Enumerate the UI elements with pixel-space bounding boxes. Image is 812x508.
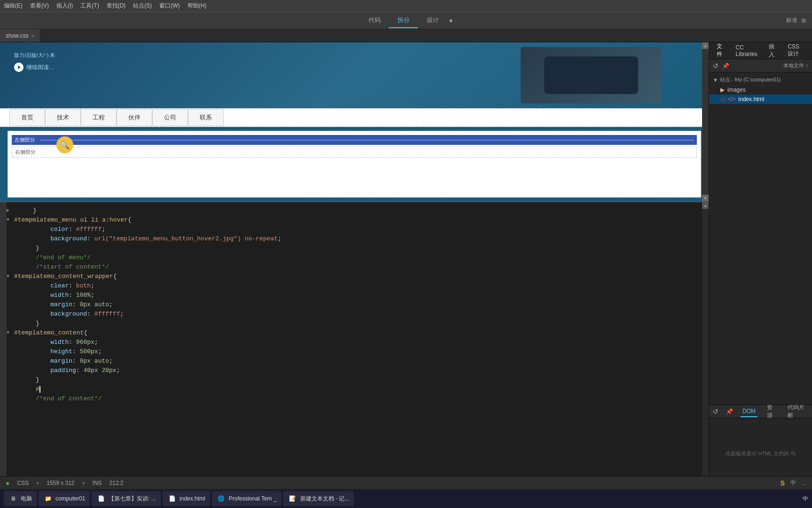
scrollbar-track[interactable] (702, 49, 709, 195)
status-position: 212:2 (109, 480, 124, 486)
top-menubar: 编辑(E) 查看(V) 插入(I) 工具(T) 查找(D) 站点(S) 窗口(W… (0, 0, 812, 12)
right-panel-toolbar: ↺ 📌 本地文件 ↑ (709, 59, 812, 72)
menu-tools[interactable]: 工具(T) (80, 2, 99, 10)
tree-section-site: ▼ 站点 - frty (C:\computer01) (709, 74, 812, 85)
status-sep1: ▾ (36, 480, 39, 486)
car-image (521, 47, 662, 103)
refresh-icon[interactable]: ↺ (713, 62, 718, 70)
file-tab-show-css[interactable]: show.css × (0, 29, 40, 42)
nav-item-tech[interactable]: 技术 (45, 109, 81, 126)
tree-item-index-html[interactable]: ◁ </> index.html (709, 95, 812, 104)
status-s-icon: S (781, 479, 785, 487)
collapse-arrow-3[interactable]: ▼ (7, 272, 9, 281)
taskbar-chrome-label: Professional Tem _ (229, 495, 277, 502)
nav-item-partner[interactable]: 伙伴 (117, 109, 152, 126)
pin-icon[interactable]: 📌 (722, 63, 729, 69)
code-line-comment2: /*start of content*/ (7, 262, 709, 272)
code-line-12: ▼ #templatemo_content{ (7, 328, 709, 338)
panel-tab-insert[interactable]: 插入 (765, 41, 781, 61)
scrollbar-down-btn[interactable]: ▼ (702, 195, 709, 201)
site-label: 本地文件 ↑ (783, 62, 808, 69)
tab-bar: 代码 拆分 设计 ▾ 标准 ⚙ (0, 12, 812, 29)
code-lines[interactable]: ▶ } ▼ #tempmlatemo_menu ul li a:hover{ c… (7, 202, 709, 489)
taskbar-computer-label: 电脑 (21, 495, 32, 503)
taskbar-notepad-label: 新建文本文档 - 记... (300, 495, 350, 503)
preview-area: 版力(旧版/大/う来 继续阅读… 首 (0, 42, 709, 202)
status-css-label[interactable]: CSS (17, 480, 29, 486)
tree-arrow: ▼ (713, 77, 718, 83)
tree-item-images-label: images (727, 87, 746, 93)
nav-item-engineering[interactable]: 工程 (81, 109, 117, 126)
code-scroll-up[interactable]: ▲ (702, 202, 709, 209)
website-preview: 版力(旧版/大/う来 继续阅读… 首 (0, 42, 709, 201)
status-dimensions: 1559 x 312 (47, 480, 74, 486)
preview-scrollbar[interactable]: ▲ ▼ (702, 42, 709, 201)
tab-right-area: 标准 ⚙ (786, 16, 806, 24)
file-tab-close[interactable]: × (31, 33, 34, 39)
code-left-gutter (0, 202, 7, 489)
car-shape (544, 56, 638, 94)
menu-view[interactable]: 查看(V) (30, 2, 49, 10)
taskbar-chapter7[interactable]: 📄 【第七章】实训: ... (92, 491, 161, 506)
menu-insert[interactable]: 插入(I) (56, 2, 73, 10)
dom-refresh-icon[interactable]: ↺ (713, 408, 718, 415)
menu-window[interactable]: 窗口(W) (159, 2, 180, 10)
left-section-label: 左侧部分 (12, 135, 697, 145)
taskbar-notepad[interactable]: 📝 新建文本文档 - 记... (283, 491, 354, 506)
design-dropdown-icon[interactable]: ▾ (449, 17, 453, 24)
code-line-1: ▶ } (7, 206, 709, 215)
code-right-scrollbar[interactable]: ▲ ▼ (702, 202, 709, 489)
taskbar-chrome[interactable]: 🌐 Professional Tem _ (212, 491, 281, 506)
tab-code[interactable]: 代码 (360, 13, 389, 28)
menu-site[interactable]: 站点(S) (133, 2, 152, 10)
settings-icon[interactable]: ⚙ (801, 17, 806, 24)
status-sep2: ▾ (82, 480, 85, 486)
right-section-label: 右侧部分 (12, 147, 697, 158)
scrollbar-up-btn[interactable]: ▲ (702, 42, 709, 49)
dom-tab-dom[interactable]: DOM (741, 406, 757, 417)
tab-split[interactable]: 拆分 (389, 13, 418, 28)
code-line-14: height: 500px; (7, 347, 709, 357)
dom-pin-icon[interactable]: 📌 (726, 408, 733, 415)
panel-tab-file[interactable]: 文件 (713, 40, 728, 61)
file-tree: ▼ 站点 - frty (C:\computer01) ▶ images ◁ <… (709, 72, 812, 405)
taskbar-folder-icon: 📁 (43, 494, 53, 503)
status-bar: ● CSS ▾ 1559 x 312 ▾ INS 212:2 S 中 ... (0, 476, 812, 489)
code-line-17: } (7, 375, 709, 385)
taskbar-computer01[interactable]: 📁 computer01 (39, 491, 90, 506)
tree-item-images[interactable]: ▶ images (709, 85, 812, 95)
dom-panel-header: ↺ 📌 DOM 资源 代码片断 (709, 405, 812, 418)
nav-item-home[interactable]: 首页 (9, 109, 45, 126)
code-line-10: background: #ffffff; (7, 310, 709, 319)
code-line-comment1: /*end of menu*/ (7, 253, 709, 262)
taskbar-indexhtml[interactable]: 📄 index.html (163, 491, 210, 506)
taskbar-computer[interactable]: 🖥 电脑 (4, 491, 37, 506)
code-line-7: clear: both; (7, 281, 709, 291)
code-line-16: padding: 40px 20px; (7, 366, 709, 375)
nav-item-contact[interactable]: 联系 (188, 109, 224, 126)
panel-tab-cc[interactable]: CC Libraries (732, 42, 761, 59)
code-scroll-track[interactable] (702, 209, 709, 483)
preview-header: 版力(旧版/大/う来 继续阅读… (0, 42, 709, 108)
collapse-arrow-4[interactable]: ▼ (7, 328, 9, 338)
menu-edit[interactable]: 编辑(E) (4, 2, 23, 10)
collapse-arrow-2[interactable]: ▼ (7, 215, 9, 225)
nav-item-company[interactable]: 公司 (152, 109, 188, 126)
panel-tab-css[interactable]: CSS 设计 (784, 41, 808, 60)
collapse-arrow[interactable]: ▶ (7, 206, 9, 215)
taskbar-html-icon: 📄 (167, 494, 177, 503)
status-ins: INS (93, 480, 102, 486)
menu-help[interactable]: 帮助(H) (187, 2, 207, 10)
menu-find[interactable]: 查找(D) (107, 2, 126, 10)
code-editor[interactable]: ▶ } ▼ #tempmlatemo_menu ul li a:hover{ c… (0, 202, 709, 489)
magnifier-symbol: 🔍 (60, 141, 70, 150)
preview-nav: 首页 技术 工程 伙伴 公司 联系 (0, 108, 709, 127)
file-tab-bar: show.css × (0, 29, 812, 42)
html-icon-label: </> (727, 96, 735, 103)
status-more-icon: ... (802, 480, 806, 486)
tab-design[interactable]: 设计 (418, 13, 447, 28)
taskbar-clock: 中 (803, 495, 808, 503)
tree-item-index-label: index.html (738, 96, 764, 103)
tree-site-label: 站点 - frty (C:\computer01) (720, 76, 781, 83)
magnifier-icon[interactable]: 🔍 (56, 136, 73, 153)
